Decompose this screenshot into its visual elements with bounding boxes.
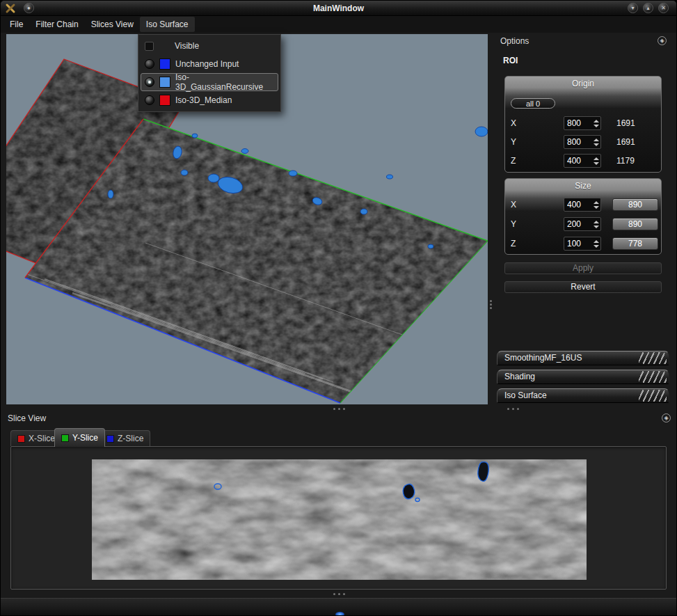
origin-z-input[interactable] [567,155,589,166]
size-x-row: X 890 [511,198,657,212]
spin-up-icon[interactable] [594,240,599,243]
spin-down-icon[interactable] [594,245,599,248]
tab-z-slice[interactable]: Z-Slice [99,430,150,446]
all-zero-button[interactable]: all 0 [511,98,555,109]
origin-groupbox: Origin all 0 X 1691 Y 1691 Z [504,76,662,173]
revert-button[interactable]: Revert [504,281,662,293]
size-z-max-button[interactable]: 778 [612,237,658,250]
section-shading[interactable]: Shading [497,370,669,384]
maximize-button[interactable]: ▴ [643,3,653,13]
origin-y-row: Y 1691 [511,135,657,149]
spin-down-icon[interactable] [594,125,599,127]
origin-y-spinbox[interactable] [564,135,601,149]
apply-button[interactable]: Apply [504,262,662,274]
main-window: ● MainWindow ▾ ▴ ✕ File Filter Chain Sli… [0,0,677,616]
spin-buttons[interactable] [592,218,600,230]
vertical-splitter[interactable] [488,299,493,310]
spin-buttons[interactable] [592,117,600,129]
spin-up-icon[interactable] [594,139,599,141]
options-panel-title: Options [500,36,529,46]
tab-y-slice[interactable]: Y-Slice [54,428,105,447]
float-panel-icon[interactable]: ◈ [662,413,671,422]
section-smoothingmf-16us[interactable]: SmoothingMF_16US [497,351,669,365]
menu-item-label: Iso-3D_GaussianRecursive [175,72,274,92]
origin-y-input[interactable] [567,136,589,148]
radio-unchecked-icon [145,95,154,105]
tab-label: Y-Slice [72,433,98,443]
slice-view-title: Slice View [8,413,46,423]
origin-z-max: 1179 [616,156,635,166]
radio-unchecked-icon [145,59,154,69]
size-y-max-button[interactable]: 890 [612,218,658,230]
size-z-input[interactable] [567,238,589,249]
spin-buttons[interactable] [592,237,600,250]
spin-up-icon[interactable] [594,120,599,123]
menu-iso-surface[interactable]: Iso Surface [140,17,195,32]
menu-item-label: Visible [175,41,199,51]
spin-down-icon[interactable] [594,143,599,146]
menu-filter-chain[interactable]: Filter Chain [29,17,84,32]
menu-item-label: Unchanged Input [175,59,239,69]
origin-z-spinbox[interactable] [564,154,601,168]
status-led [335,612,344,616]
size-group-title: Size [505,179,661,193]
menu-item-visible[interactable]: Visible [141,37,278,55]
origin-x-spinbox[interactable] [564,116,601,130]
axis-label: Y [511,219,516,229]
y-slice-image[interactable] [92,459,587,580]
checkbox-unchecked-icon [145,42,154,51]
color-swatch-lightblue [159,77,170,88]
x-slice-color-swatch [17,435,25,443]
size-y-input[interactable] [567,219,589,230]
axis-label: Z [511,156,516,166]
menu-item-unchanged-input[interactable]: Unchanged Input [141,55,278,73]
origin-x-input[interactable] [567,118,589,129]
bottom-splitter[interactable] [332,592,347,597]
iso-surface-menu: Visible Unchanged Input Iso-3D_GaussianR… [138,34,281,112]
spin-down-icon[interactable] [594,226,599,228]
menu-item-iso3d-gaussianrecursive[interactable]: Iso-3D_GaussianRecursive [141,73,278,91]
size-z-spinbox[interactable] [564,237,601,251]
size-x-input[interactable] [567,199,589,210]
spin-down-icon[interactable] [594,206,599,209]
spin-down-icon[interactable] [594,162,599,165]
slice-view-panel: Slice View ◈ X-Slice Y-Slice Z-Slice [1,411,677,594]
spin-buttons[interactable] [592,136,600,148]
radio-checked-icon [145,77,154,87]
origin-group-title: Origin [505,77,661,90]
slice-tab-pane [10,446,667,590]
axis-label: Y [511,137,516,147]
spin-up-icon[interactable] [594,201,599,204]
axis-label: Z [511,239,516,248]
origin-x-max: 1691 [616,118,635,128]
menu-slices-view[interactable]: Slices View [85,17,140,32]
horizontal-splitter-left[interactable] [332,406,347,411]
color-swatch-red [159,95,170,106]
size-y-row: Y 890 [511,217,657,231]
tab-label: Z-Slice [118,434,143,443]
menubar: File Filter Chain Slices View Iso Surfac… [1,16,676,33]
titlebar[interactable]: ● MainWindow ▾ ▴ ✕ [1,1,676,16]
axis-label: X [511,200,516,210]
minimize-button[interactable]: ▾ [628,3,638,13]
options-panel: Options ◈ ROI Origin all 0 X 1691 Y [495,34,672,404]
close-button[interactable]: ✕ [658,3,669,13]
status-bar [1,598,677,616]
size-x-spinbox[interactable] [564,198,601,212]
z-slice-color-swatch [106,435,114,443]
spin-up-icon[interactable] [594,157,599,160]
size-y-spinbox[interactable] [564,217,601,231]
horizontal-splitter-right[interactable] [506,406,520,411]
size-x-max-button[interactable]: 890 [612,198,658,211]
size-groupbox: Size X 890 Y 890 Z [504,178,662,255]
spin-up-icon[interactable] [594,221,599,223]
spin-buttons[interactable] [592,155,600,167]
spin-buttons[interactable] [592,198,600,211]
menu-item-iso3d-median[interactable]: Iso-3D_Median [141,91,278,109]
section-iso-surface[interactable]: Iso Surface [497,388,669,403]
origin-z-row: Z 1179 [511,154,657,168]
float-panel-icon[interactable]: ◈ [658,36,667,45]
menu-file[interactable]: File [3,17,29,32]
axis-label: X [511,118,516,128]
window-title: MainWindow [1,1,676,16]
